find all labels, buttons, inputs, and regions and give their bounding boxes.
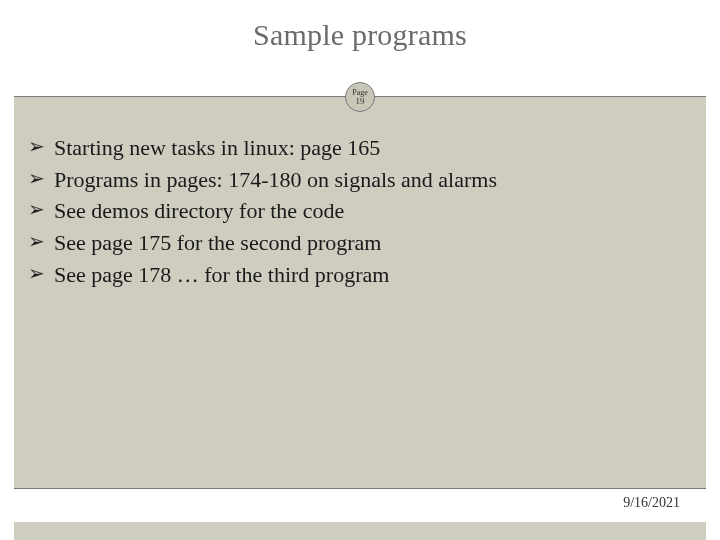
bullet-icon: ➢	[28, 133, 45, 160]
list-item: ➢Programs in pages: 174-180 on signals a…	[28, 165, 692, 195]
bullet-icon: ➢	[28, 260, 45, 287]
page-number-badge: Page 19	[345, 82, 375, 112]
footer-area: 9/16/2021	[14, 488, 706, 540]
list-item-text: See demos directory for the code	[54, 198, 344, 223]
bullet-list: ➢Starting new tasks in linux: page 165 ➢…	[28, 133, 692, 289]
list-item-text: Starting new tasks in linux: page 165	[54, 135, 380, 160]
slide-title: Sample programs	[0, 0, 720, 52]
list-item-text: See page 178 … for the third program	[54, 262, 389, 287]
list-item: ➢See page 178 … for the third program	[28, 260, 692, 290]
list-item: ➢See demos directory for the code	[28, 196, 692, 226]
bullet-icon: ➢	[28, 165, 45, 192]
slide: Sample programs Page 19 ➢Starting new ta…	[0, 0, 720, 540]
body-area: ➢Starting new tasks in linux: page 165 ➢…	[14, 97, 706, 488]
list-item: ➢Starting new tasks in linux: page 165	[28, 133, 692, 163]
list-item: ➢See page 175 for the second program	[28, 228, 692, 258]
list-item-text: See page 175 for the second program	[54, 230, 381, 255]
bullet-icon: ➢	[28, 228, 45, 255]
bullet-icon: ➢	[28, 196, 45, 223]
footer-date: 9/16/2021	[623, 495, 680, 511]
footer-strip	[14, 522, 706, 540]
list-item-text: Programs in pages: 174-180 on signals an…	[54, 167, 497, 192]
page-number: 19	[356, 97, 365, 106]
